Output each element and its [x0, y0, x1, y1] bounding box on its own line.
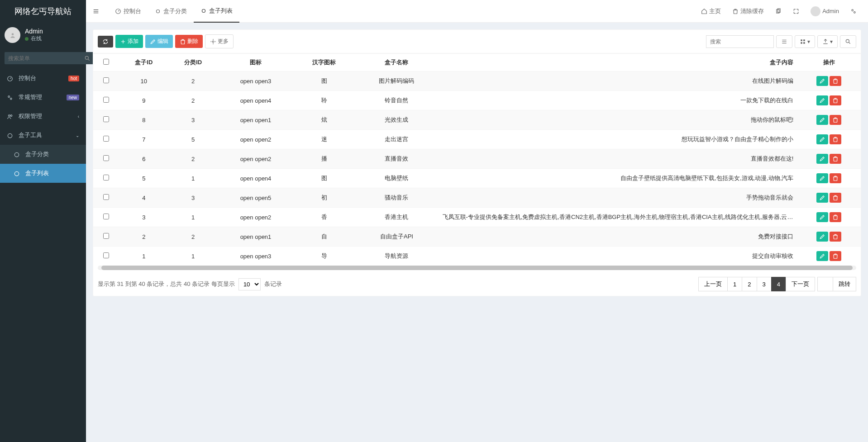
row-edit-button[interactable] [816, 212, 828, 222]
circle-o-icon [155, 8, 161, 15]
sidebar-item-控制台[interactable]: 控制台hot [0, 69, 86, 88]
row-delete-button[interactable] [830, 154, 841, 164]
page-input[interactable] [817, 277, 833, 291]
settings-button[interactable] [846, 5, 861, 17]
column-header[interactable]: 盒子名称 [354, 54, 439, 71]
header: 控制台盒子分类盒子列表 主页 清除缓存 Admin [86, 0, 868, 23]
page-button[interactable]: 4 [771, 277, 786, 291]
prev-page-button[interactable]: 上一页 [698, 277, 728, 291]
svg-point-16 [852, 9, 854, 11]
sidebar-item-label: 控制台 [19, 74, 68, 82]
row-edit-button[interactable] [816, 193, 828, 203]
row-delete-button[interactable] [830, 193, 841, 203]
row-edit-button[interactable] [816, 95, 828, 105]
export-button[interactable]: ▾ [817, 35, 838, 48]
more-button[interactable]: 更多 [205, 34, 234, 48]
cogs-icon [7, 94, 15, 101]
sidebar-item-盒子工具[interactable]: 盒子工具⌄ [0, 126, 86, 145]
row-checkbox[interactable] [103, 116, 109, 122]
row-checkbox[interactable] [103, 155, 109, 161]
page-button[interactable]: 3 [757, 277, 772, 291]
row-checkbox[interactable] [103, 233, 109, 239]
cell-cat: 1 [168, 208, 218, 227]
row-checkbox[interactable] [103, 175, 109, 181]
search-input[interactable] [706, 35, 774, 48]
row-edit-button[interactable] [816, 251, 828, 261]
breadcrumb-item[interactable]: 盒子分类 [148, 0, 194, 22]
fullscreen-button[interactable] [788, 5, 804, 17]
breadcrumb-item[interactable]: 盒子列表 [194, 0, 239, 23]
badge: new [67, 95, 79, 100]
clear-cache-button[interactable]: 清除缓存 [728, 5, 768, 18]
cell-id: 9 [119, 91, 168, 110]
cell-id: 10 [119, 71, 168, 91]
user-menu[interactable]: Admin [806, 4, 844, 19]
row-checkbox[interactable] [103, 194, 109, 200]
cell-content: 一款免下载的在线白 [439, 91, 797, 110]
row-checkbox[interactable] [103, 77, 109, 83]
sidebar-item-常规管理[interactable]: 常规管理new [0, 88, 86, 107]
grid-view-button[interactable]: ▾ [795, 35, 815, 48]
table-row: 75open open2迷走出迷宫想玩玩益智小游戏？自由盒子精心制作的小 [93, 130, 861, 149]
delete-button[interactable]: 删除 [175, 35, 203, 48]
horizontal-scrollbar[interactable] [98, 266, 856, 270]
cell-cn: 自 [294, 227, 355, 247]
menu-toggle-icon[interactable] [93, 8, 99, 15]
cell-cat: 5 [168, 130, 218, 149]
sidebar-item-权限管理[interactable]: 权限管理‹ [0, 107, 86, 126]
sidebar-subitem-盒子列表[interactable]: 盒子列表 [0, 164, 86, 183]
row-edit-button[interactable] [816, 173, 828, 183]
jump-button[interactable]: 跳转 [833, 277, 856, 291]
row-delete-button[interactable] [830, 232, 841, 242]
page-size-select[interactable]: 10 [238, 278, 261, 290]
svg-point-23 [846, 39, 849, 43]
cell-cn: 聆 [294, 91, 355, 110]
pagination: 上一页1234下一页跳转 [699, 277, 856, 291]
row-delete-button[interactable] [830, 95, 841, 105]
row-delete-button[interactable] [830, 76, 841, 86]
list-view-button[interactable] [776, 35, 792, 48]
add-button[interactable]: 添加 [115, 35, 143, 48]
row-edit-button[interactable] [816, 76, 828, 86]
row-delete-button[interactable] [830, 173, 841, 183]
cell-icon: open open2 [218, 208, 294, 227]
cell-cn: 初 [294, 188, 355, 208]
next-page-button[interactable]: 下一页 [786, 277, 815, 291]
copy-button[interactable] [771, 5, 786, 17]
cell-content: 自由盒子壁纸提供高清电脑壁纸下载,包括美女,游戏,动漫,动物,汽车 [439, 169, 797, 188]
row-checkbox[interactable] [103, 97, 109, 103]
page-button[interactable]: 2 [742, 277, 757, 291]
row-edit-button[interactable] [816, 154, 828, 164]
cell-icon: open open3 [218, 71, 294, 91]
row-checkbox[interactable] [103, 136, 109, 142]
search-button[interactable] [840, 35, 856, 48]
refresh-button[interactable] [98, 36, 113, 48]
row-delete-button[interactable] [830, 115, 841, 125]
row-edit-button[interactable] [816, 232, 828, 242]
edit-button[interactable]: 编辑 [145, 35, 173, 48]
row-edit-button[interactable] [816, 134, 828, 144]
sidebar-subitem-盒子分类[interactable]: 盒子分类 [0, 145, 86, 164]
column-header[interactable]: 图标 [218, 54, 294, 71]
select-all-checkbox[interactable] [103, 59, 109, 65]
svg-line-24 [849, 42, 850, 43]
cell-icon: open open1 [218, 227, 294, 247]
sidebar-search-input[interactable] [5, 52, 80, 64]
breadcrumb-item[interactable]: 控制台 [108, 0, 148, 22]
column-header[interactable]: 盒子ID [119, 54, 168, 71]
column-header[interactable]: 汉字图标 [294, 54, 355, 71]
column-header[interactable]: 分类ID [168, 54, 218, 71]
row-delete-button[interactable] [830, 134, 841, 144]
column-header[interactable]: 盒子内容 [439, 54, 797, 71]
row-delete-button[interactable] [830, 251, 841, 261]
user-status: 在线 [25, 35, 43, 43]
page-button[interactable]: 1 [727, 277, 742, 291]
row-delete-button[interactable] [830, 212, 841, 222]
column-header[interactable] [93, 54, 119, 71]
column-header[interactable]: 操作 [797, 54, 861, 71]
home-link[interactable]: 主页 [696, 5, 725, 18]
row-checkbox[interactable] [103, 214, 109, 219]
row-edit-button[interactable] [816, 115, 828, 125]
cell-icon: open open5 [218, 188, 294, 208]
row-checkbox[interactable] [103, 252, 109, 258]
